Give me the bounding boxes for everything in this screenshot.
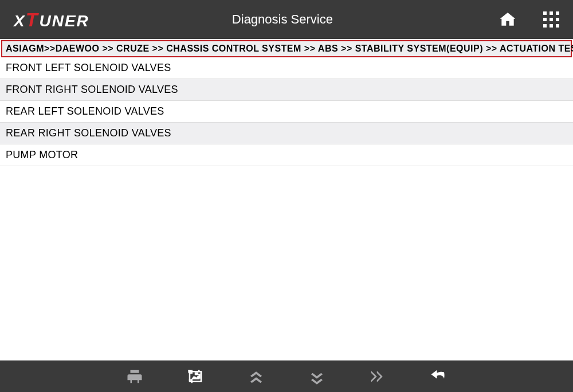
- breadcrumb: ASIAGM>>DAEWOO >> CRUZE >> CHASSIS CONTR…: [1, 40, 572, 57]
- fast-forward-icon[interactable]: [369, 368, 386, 385]
- logo-t: T: [26, 9, 39, 31]
- back-icon[interactable]: [430, 368, 447, 385]
- logo-x: X: [14, 12, 26, 30]
- scroll-down-icon[interactable]: [308, 368, 325, 385]
- header-bar: XTUNER Diagnosis Service: [0, 0, 573, 39]
- svg-marker-1: [191, 375, 200, 379]
- list-item[interactable]: REAR RIGHT SOLENOID VALVES: [0, 123, 573, 144]
- list-item[interactable]: FRONT RIGHT SOLENOID VALVES: [0, 79, 573, 101]
- test-list: FRONT LEFT SOLENOID VALVESFRONT RIGHT SO…: [0, 57, 573, 360]
- page-title: Diagnosis Service: [66, 12, 499, 27]
- list-item[interactable]: FRONT LEFT SOLENOID VALVES: [0, 57, 573, 79]
- svg-rect-3: [189, 370, 190, 373]
- screenshot-icon[interactable]: [187, 368, 204, 385]
- grid-menu-icon[interactable]: [543, 11, 559, 28]
- header-icons: [499, 10, 559, 29]
- scroll-up-icon[interactable]: [248, 368, 265, 385]
- footer-bar: [0, 360, 573, 392]
- print-icon[interactable]: [126, 368, 143, 385]
- list-item[interactable]: REAR LEFT SOLENOID VALVES: [0, 101, 573, 123]
- list-item[interactable]: PUMP MOTOR: [0, 144, 573, 166]
- home-icon[interactable]: [499, 10, 517, 29]
